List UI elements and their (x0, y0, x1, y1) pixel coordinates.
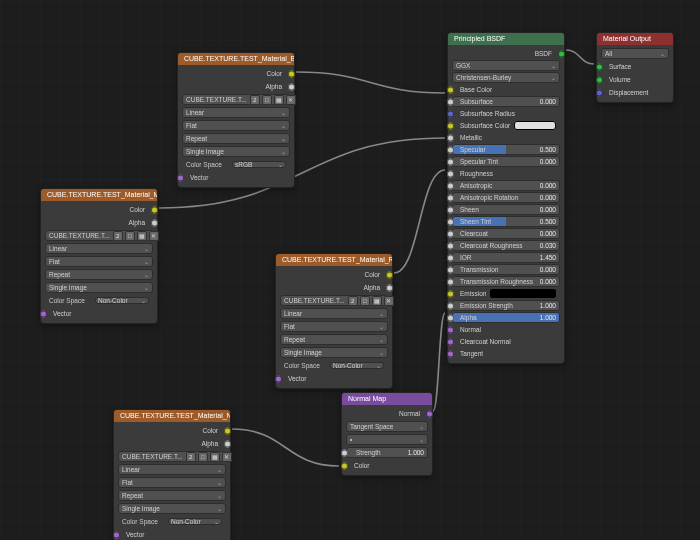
input-clearcoat[interactable]: Clearcoat0.000 (452, 228, 560, 239)
projection-select[interactable]: Flat⌄ (118, 477, 226, 488)
extension-select[interactable]: Repeat⌄ (45, 269, 153, 280)
input-sheen[interactable]: Sheen0.000 (452, 204, 560, 215)
node-title[interactable]: CUBE.TEXTURE.TEST_Material_BaseColor (178, 53, 294, 65)
new-icon[interactable]: □ (125, 231, 135, 241)
input-vector[interactable]: Vector (182, 172, 290, 183)
input-emission[interactable]: Emission (452, 288, 560, 299)
input-vector[interactable]: Vector (45, 308, 153, 319)
input-ior[interactable]: IOR1.450 (452, 252, 560, 263)
socket-vector[interactable] (40, 310, 47, 317)
socket-strength[interactable] (341, 449, 348, 456)
socket-subsurface[interactable] (447, 98, 454, 105)
input-specular[interactable]: Specular0.500 (452, 144, 560, 155)
input-surface[interactable]: Surface (601, 61, 669, 72)
output-alpha[interactable]: Alpha (280, 282, 388, 293)
colorspace-row[interactable]: Color SpaceNon-Color⌄ (45, 295, 153, 306)
interp-select[interactable]: Linear⌄ (45, 243, 153, 254)
input-trans_rough[interactable]: Transmission Roughness0.000 (452, 276, 560, 287)
unlink-icon[interactable]: ✕ (384, 296, 394, 306)
socket-normal[interactable] (426, 410, 433, 417)
input-normal[interactable]: Normal (452, 324, 560, 335)
users-icon[interactable]: 2 (113, 231, 123, 241)
socket-transmission[interactable] (447, 266, 454, 273)
socket-clearcoat[interactable] (447, 230, 454, 237)
socket-ior[interactable] (447, 254, 454, 261)
projection-select[interactable]: Flat⌄ (280, 321, 388, 332)
socket-emission_str[interactable] (447, 302, 454, 309)
output-color[interactable]: Color (118, 425, 226, 436)
input-sheen_tint[interactable]: Sheen Tint0.500 (452, 216, 560, 227)
socket-trans_rough[interactable] (447, 278, 454, 285)
input-anisotropic[interactable]: Anisotropic0.000 (452, 180, 560, 191)
input-aniso_rot[interactable]: Anisotropic Rotation0.000 (452, 192, 560, 203)
projection-select[interactable]: Flat⌄ (182, 120, 290, 131)
socket-subsurface_color[interactable] (447, 122, 454, 129)
new-icon[interactable]: □ (262, 95, 272, 105)
sss-method-select[interactable]: Christensen-Burley⌄ (452, 72, 560, 83)
uvmap-select[interactable]: •⌄ (346, 434, 428, 445)
node-title[interactable]: CUBE.TEXTURE.TEST_Material_Roughness (276, 254, 392, 266)
socket-alpha[interactable] (386, 284, 393, 291)
output-alpha[interactable]: Alpha (45, 217, 153, 228)
socket-normal[interactable] (447, 326, 454, 333)
input-tangent[interactable]: Tangent (452, 348, 560, 359)
output-normal[interactable]: Normal (346, 408, 428, 419)
output-alpha[interactable]: Alpha (182, 81, 290, 92)
open-icon[interactable]: ▦ (372, 296, 382, 306)
image-texture-node-normal[interactable]: CUBE.TEXTURE.TEST_Material_Normal.pngCol… (113, 409, 231, 540)
image-file-selector[interactable]: CUBE.TEXTURE.T...2□▦✕ (118, 451, 226, 462)
extension-select[interactable]: Repeat⌄ (118, 490, 226, 501)
input-subsurface_color[interactable]: Subsurface Color (452, 120, 560, 131)
socket-vector[interactable] (275, 375, 282, 382)
node-title[interactable]: Normal Map (342, 393, 432, 405)
colorspace-row[interactable]: Color SpaceNon-Color⌄ (280, 360, 388, 371)
output-alpha[interactable]: Alpha (118, 438, 226, 449)
normal-map-node[interactable]: Normal MapNormalTangent Space⌄•⌄Strength… (341, 392, 433, 476)
input-roughness[interactable]: Roughness (452, 168, 560, 179)
open-icon[interactable]: ▦ (210, 452, 220, 462)
colorspace-row[interactable]: Color SpacesRGB⌄ (182, 159, 290, 170)
socket-aniso_rot[interactable] (447, 194, 454, 201)
image-file-selector[interactable]: CUBE.TEXTURE.T...2□▦✕ (182, 94, 290, 105)
distribution-select[interactable]: GGX⌄ (452, 60, 560, 71)
input-cc_rough[interactable]: Clearcoat Roughness0.030 (452, 240, 560, 251)
socket-emission[interactable] (447, 290, 454, 297)
new-icon[interactable]: □ (198, 452, 208, 462)
input-subsurface[interactable]: Subsurface0.000 (452, 96, 560, 107)
target-select[interactable]: All⌄ (601, 48, 669, 59)
extension-select[interactable]: Repeat⌄ (280, 334, 388, 345)
image-texture-node-metallic[interactable]: CUBE.TEXTURE.TEST_Material_Metallic.pngC… (40, 188, 158, 324)
open-icon[interactable]: ▦ (274, 95, 284, 105)
users-icon[interactable]: 2 (250, 95, 260, 105)
frames-select[interactable]: Single Image⌄ (118, 503, 226, 514)
unlink-icon[interactable]: ✕ (286, 95, 296, 105)
new-icon[interactable]: □ (360, 296, 370, 306)
socket-alpha[interactable] (151, 219, 158, 226)
input-metallic[interactable]: Metallic (452, 132, 560, 143)
socket-sheen[interactable] (447, 206, 454, 213)
color-swatch[interactable] (490, 289, 556, 298)
socket-volume[interactable] (596, 76, 603, 83)
socket-surface[interactable] (596, 63, 603, 70)
unlink-icon[interactable]: ✕ (149, 231, 159, 241)
colorspace-row[interactable]: Color SpaceNon-Color⌄ (118, 516, 226, 527)
socket-color[interactable] (224, 427, 231, 434)
image-file-selector[interactable]: CUBE.TEXTURE.T...2□▦✕ (45, 230, 153, 241)
socket-color[interactable] (288, 70, 295, 77)
output-color[interactable]: Color (182, 68, 290, 79)
socket-metallic[interactable] (447, 134, 454, 141)
node-title[interactable]: Material Output (597, 33, 673, 45)
strength-slider[interactable]: Strength1.000 (346, 447, 428, 458)
color-swatch[interactable] (514, 121, 556, 130)
interp-select[interactable]: Linear⌄ (280, 308, 388, 319)
users-icon[interactable]: 2 (186, 452, 196, 462)
socket-anisotropic[interactable] (447, 182, 454, 189)
socket-specular[interactable] (447, 146, 454, 153)
frames-select[interactable]: Single Image⌄ (280, 347, 388, 358)
socket-specular_tint[interactable] (447, 158, 454, 165)
socket-bsdf[interactable] (558, 50, 565, 57)
socket-disp[interactable] (596, 89, 603, 96)
input-disp[interactable]: Displacement (601, 87, 669, 98)
socket-color[interactable] (151, 206, 158, 213)
socket-alpha[interactable] (447, 314, 454, 321)
